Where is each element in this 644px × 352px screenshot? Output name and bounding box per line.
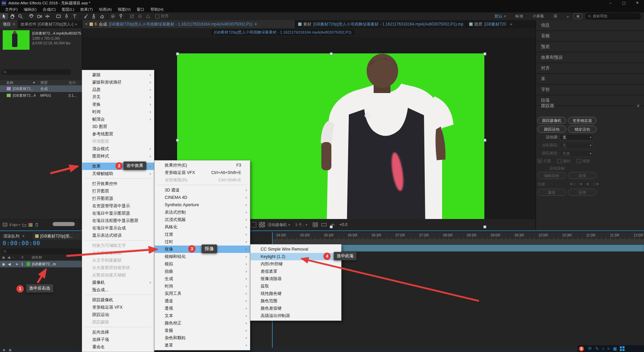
view-axis-mode-icon[interactable] (144, 13, 152, 19)
ime-mic-icon[interactable]: ♪ (602, 346, 604, 351)
sogou-logo-icon[interactable]: S (579, 346, 584, 351)
effects-menu-item-20[interactable]: 透视› (155, 305, 250, 312)
keying-menu-item-8[interactable]: 颜色范围 (251, 297, 341, 305)
rectangle-tool-icon[interactable] (54, 13, 62, 19)
keying-menu-item-6[interactable]: 提取 (251, 282, 341, 290)
eraser-tool-icon[interactable] (98, 13, 106, 19)
layer-menu-item-34[interactable]: 反向选择 (82, 328, 154, 336)
menubar-item-1[interactable]: 文件(F) (2, 7, 21, 12)
selection-handle[interactable] (176, 139, 179, 142)
effects-menu-item-17[interactable]: 时间› (155, 282, 250, 290)
effects-menu-item-18[interactable]: 实用工具› (155, 290, 250, 297)
project-search-input[interactable] (1, 69, 71, 75)
brush-tool-icon[interactable] (82, 13, 90, 19)
text-tool-icon[interactable] (70, 13, 78, 19)
track-camera-button[interactable]: 跟踪摄像机 (537, 117, 566, 124)
minimize-button[interactable]: – (604, 0, 617, 6)
world-axis-mode-icon[interactable] (136, 13, 144, 19)
breadcrumb[interactable]: [GB素材720p]黑人小哥跳舞绿幕素材 - 1.1621176318164.m… (211, 29, 354, 35)
puppet-pin-tool-icon[interactable] (117, 13, 125, 19)
sidebar-panel-2[interactable]: 音频 (536, 31, 644, 42)
workspace-2[interactable]: 小屏幕 (533, 14, 544, 19)
tracker-checkbox-2[interactable]: 旋转 (557, 159, 571, 164)
layer-menu-item-12[interactable]: 图层样式› (82, 152, 154, 160)
keying-menu-item-1[interactable]: CC Simple Wire Removal (251, 246, 341, 253)
selection-handle[interactable] (330, 52, 333, 55)
layer-menu-item-28[interactable]: 摄像机› (82, 279, 154, 286)
layer-menu-item-21[interactable]: 在项目中显示合成 (82, 224, 154, 232)
effects-menu-item-24[interactable]: 杂色和颗粒› (155, 334, 250, 342)
view-layout-dropdown[interactable]: 1 个..▾ (295, 222, 307, 227)
workspace-default[interactable]: 默认≡ (495, 14, 506, 19)
sidebar-panel-7[interactable]: 字符 (536, 85, 644, 95)
effects-menu-item-16[interactable]: 生成› (155, 275, 250, 282)
toggle-icon[interactable]: ◉ (3, 348, 5, 352)
camera-tool-icon[interactable] (35, 13, 43, 19)
layer-menu-item-29[interactable]: 预合成... (82, 286, 154, 294)
keying-menu-item-3[interactable]: 内部/外部键 (251, 260, 341, 268)
close-tab-icon[interactable]: × (22, 234, 24, 238)
effects-menu-item-5[interactable]: CINEMA 4D› (155, 194, 250, 201)
layer-menu-item-19[interactable]: 在项目中显示图层源 (82, 210, 154, 217)
effects-menu-item-9[interactable]: 风格化› (155, 223, 250, 231)
layer-menu-item-20[interactable]: 在项目流程图中显示图层 (82, 217, 154, 224)
layer-menu-item-15[interactable]: 打开效果控件 (82, 180, 154, 187)
new-folder-icon[interactable] (22, 223, 26, 227)
layer-menu-item-7[interactable]: 帧混合› (82, 116, 154, 123)
effects-menu-item-15[interactable]: 扭曲› (155, 268, 250, 275)
new-composition-icon[interactable] (29, 223, 33, 227)
horizontal-scrollbar[interactable] (53, 222, 75, 226)
sidebar-panel-4[interactable]: 效果和预设 (536, 52, 644, 63)
effects-menu-item-19[interactable]: 通道› (155, 297, 250, 305)
project-bit-depth[interactable]: 8 bpc (9, 223, 18, 227)
footage-thumbnail[interactable] (3, 30, 30, 50)
keying-menu-item-5[interactable]: 抠像清除器 (251, 275, 341, 282)
project-row-2[interactable]: [GB素材72...4MPEG3.1... (0, 92, 82, 99)
workspace-1[interactable]: 标准 (516, 14, 523, 19)
local-axis-mode-icon[interactable] (128, 13, 136, 19)
keying-menu-item-4[interactable]: 差值遮罩 (251, 268, 341, 275)
menubar-item-3[interactable]: 合成(C) (40, 7, 59, 12)
selection-handle[interactable] (330, 225, 333, 228)
selection-handle[interactable] (176, 52, 179, 55)
layer-twirl-icon[interactable]: ▶ (16, 262, 18, 266)
time-ruler[interactable]: 04:30f05:00f05:30f06:00f06:30f07:00f07:3… (272, 232, 644, 239)
layer-menu-item-30[interactable]: 跟踪摄像机 (82, 296, 154, 304)
keying-menu-item-10[interactable]: 高级溢出抑制器 (251, 312, 341, 319)
work-area-band[interactable] (272, 239, 644, 245)
menubar-item-5[interactable]: 效果(T) (77, 7, 96, 12)
layer-menu-item-22[interactable]: 显示表达式错误 (82, 232, 154, 239)
layer-menu-item-11[interactable]: 混合模式› (82, 145, 154, 152)
snap-align-toggle[interactable]: 对齐 (155, 13, 169, 19)
tab-overflow-chevron[interactable]: » (75, 22, 77, 27)
tab-overflow-chevron[interactable]: » (510, 22, 513, 27)
tab-comp-timeline[interactable]: [GB素材720p]黑... (33, 232, 82, 240)
ime-pen-icon[interactable]: ✎ (595, 346, 599, 351)
close-tab-icon[interactable]: × (85, 22, 88, 27)
effects-menu-item-13[interactable]: 模糊和锐化› (155, 253, 250, 260)
zoom-tool-icon[interactable] (16, 13, 24, 19)
layer-menu-item-9[interactable]: 参考线图层 (82, 130, 154, 138)
menubar-item-7[interactable]: 视图(V) (115, 7, 133, 12)
layer-menu-item-8[interactable]: 3D 图层 (82, 123, 154, 130)
tab-layer[interactable]: 图层 [GB素材720 (467, 20, 509, 28)
region-of-interest-icon[interactable] (250, 222, 256, 227)
effects-menu-item-21[interactable]: 文本› (155, 312, 250, 319)
camera-view-dropdown[interactable]: 活动摄像机▾ (268, 222, 290, 227)
layer-menu-item-6[interactable]: 时间› (82, 108, 154, 116)
effects-menu-item-8[interactable]: 沉浸式视频› (155, 216, 250, 223)
stabilize-motion-button[interactable]: 稳定运动 (568, 126, 597, 133)
project-row-1[interactable]: [GB素材72...合成 (0, 85, 82, 92)
menubar-item-9[interactable]: 帮助(H) (147, 7, 166, 12)
tracker-checkbox-1[interactable]: ✓位置 (538, 159, 551, 164)
ime-keyboard-icon[interactable]: ⌗ (607, 346, 610, 351)
keying-menu-item-7[interactable]: 线性颜色键 (251, 290, 341, 297)
effects-menu-item-25[interactable]: 遮罩› (155, 342, 250, 349)
layer-visibility-icon[interactable]: ◉ (2, 262, 5, 266)
layer-menu-item-2[interactable]: 蒙版和形状路径› (82, 79, 154, 86)
effects-menu-item-6[interactable]: Synthetic Aperture› (155, 201, 250, 209)
panel-menu-icon[interactable]: ≡ (254, 22, 257, 27)
close-button[interactable]: ✕ (631, 0, 644, 6)
help-search-box[interactable]: 搜索帮助 (586, 13, 641, 19)
effects-menu-item-7[interactable]: 表达式控制› (155, 209, 250, 216)
